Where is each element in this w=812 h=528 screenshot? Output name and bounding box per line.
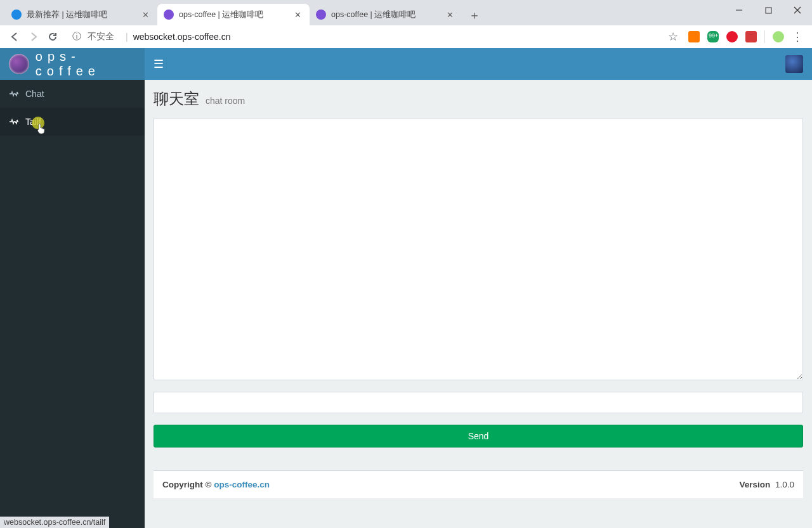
svg-rect-1 [766,8,771,13]
tab-title: 最新推荐 | 运维咖啡吧 [27,10,138,20]
page-subtitle: chat room [206,96,245,106]
info-icon[interactable]: ⓘ [72,31,81,42]
forward-button[interactable] [24,27,43,46]
new-tab-button[interactable]: ＋ [466,6,483,24]
tab-title: ops-coffee | 运维咖啡吧 [331,10,443,20]
star-icon[interactable]: ☆ [668,30,678,44]
sidebar-item-chat[interactable]: Chat [0,80,145,108]
extensions: 99+ [688,30,784,43]
extension-icon[interactable] [745,31,757,42]
url-divider: | [126,32,128,42]
window-controls [724,0,812,20]
profile-avatar-icon[interactable] [785,55,803,73]
version: Version 1.0.0 [739,480,794,489]
favicon-icon [164,10,174,20]
status-bar: websocket.ops-coffee.cn/tailf [0,517,109,528]
topbar: ☰ [145,48,812,80]
page-title: 聊天室 [154,89,199,109]
message-input[interactable] [154,392,803,413]
extension-icon[interactable] [726,31,738,42]
content: 聊天室 chat room Send Copyright © ops-coffe… [145,80,812,528]
extension-icon[interactable] [688,31,700,42]
browser-tab[interactable]: 最新推荐 | 运维咖啡吧 ✕ [5,4,157,25]
close-icon[interactable]: ✕ [142,10,151,19]
cursor-hand-icon [37,123,47,134]
favicon-icon [316,10,326,20]
send-button[interactable]: Send [154,425,803,448]
brand-name: ops-coffee [36,49,145,79]
browser-tab[interactable]: ops-coffee | 运维咖啡吧 ✕ [310,4,462,25]
chat-log-area[interactable] [154,118,803,380]
copyright: Copyright © ops-coffee.cn [162,480,270,489]
extension-icon[interactable]: 99+ [707,31,719,42]
heartbeat-icon [9,118,19,126]
browser-chrome: 最新推荐 | 运维咖啡吧 ✕ ops-coffee | 运维咖啡吧 ✕ ops-… [0,0,812,48]
brand-bar: ops-coffee [0,48,145,80]
close-icon[interactable]: ✕ [294,10,303,19]
footer: Copyright © ops-coffee.cn Version 1.0.0 [154,470,803,498]
tab-bar: 最新推荐 | 运维咖啡吧 ✕ ops-coffee | 运维咖啡吧 ✕ ops-… [0,0,812,25]
browser-tab-active[interactable]: ops-coffee | 运维咖啡吧 ✕ [157,4,310,25]
close-icon[interactable]: ✕ [447,10,455,19]
close-window-button[interactable] [783,0,812,20]
maximize-button[interactable] [754,0,783,20]
sidebar-item-tailf[interactable]: Tailf [0,108,145,136]
hamburger-icon[interactable]: ☰ [154,57,164,71]
tab-title: ops-coffee | 运维咖啡吧 [179,10,291,20]
minimize-button[interactable] [724,0,754,20]
sidebar: ops-coffee Chat Tailf [0,48,145,528]
copyright-prefix: Copyright © [162,480,214,489]
reload-button[interactable] [43,27,62,46]
version-number: 1.0.0 [775,480,794,489]
extension-icon[interactable] [773,31,784,42]
app: ops-coffee Chat Tailf ☰ 聊天室 [0,48,812,528]
menu-button[interactable]: ⋮ [788,27,807,46]
brand-logo-icon [9,54,29,74]
url-text: websocket.ops-coffee.cn [133,32,231,42]
heartbeat-icon [9,90,19,98]
insecure-label: 不安全 [88,31,114,42]
favicon-icon [11,10,22,20]
address-bar[interactable]: ⓘ 不安全 | websocket.ops-coffee.cn [66,28,659,46]
version-label: Version [739,480,770,489]
address-bar-row: ⓘ 不安全 | websocket.ops-coffee.cn ☆ 99+ ⋮ [0,25,812,48]
footer-link[interactable]: ops-coffee.cn [214,480,270,489]
main: ☰ 聊天室 chat room Send Copyright © ops-cof… [145,48,812,528]
page-heading: 聊天室 chat room [154,89,803,109]
sidebar-item-label: Chat [25,89,44,99]
extension-divider [764,30,765,43]
back-button[interactable] [5,27,24,46]
